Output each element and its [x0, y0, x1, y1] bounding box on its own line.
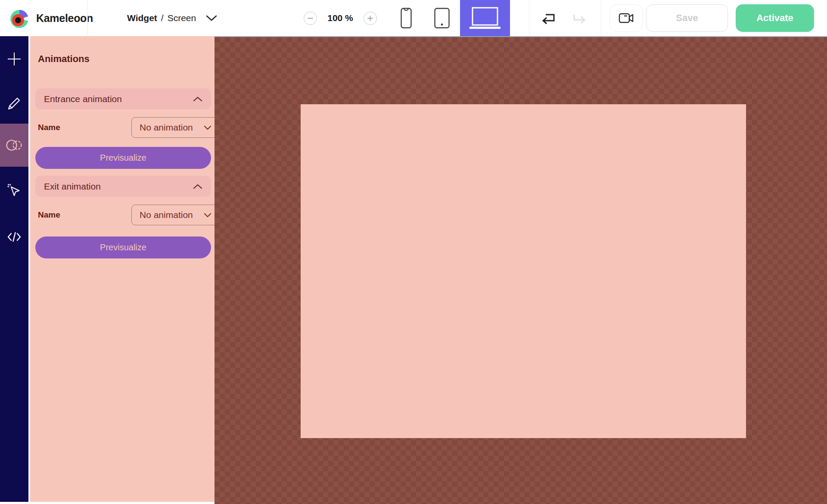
sidebar-item-code[interactable] — [0, 215, 28, 258]
undo-icon — [540, 12, 556, 25]
device-tablet-button[interactable] — [429, 0, 455, 36]
kameleoon-logo: Kameleoon — [9, 0, 93, 36]
zoom-controls: 100 % — [304, 0, 377, 36]
exit-name-row: Name No animation — [38, 205, 211, 225]
toolbar-divider — [601, 0, 601, 36]
screen-capture-button[interactable] — [609, 4, 643, 32]
chevron-up-icon — [193, 184, 202, 189]
exit-animation-dropdown[interactable]: No animation — [131, 205, 218, 225]
kameleoon-logo-icon — [9, 8, 30, 28]
code-icon — [7, 231, 22, 243]
plus-icon — [6, 51, 22, 67]
tools-sidebar — [0, 36, 28, 504]
toolbar-divider — [87, 0, 88, 36]
redo-icon — [571, 12, 588, 25]
sidebar-item-edit[interactable] — [0, 82, 28, 125]
logo-text: Kameleoon — [36, 12, 93, 25]
breadcrumb-primary: Widget — [127, 13, 157, 23]
laptop-icon — [469, 7, 501, 29]
activate-button[interactable]: Activate — [736, 4, 814, 32]
chevron-down-icon — [204, 125, 211, 130]
section-title: Entrance animation — [44, 94, 122, 104]
exit-animation-section-header[interactable]: Exit animation — [35, 176, 211, 197]
smartphone-icon — [401, 8, 412, 28]
entrance-previsualize-button[interactable]: Previsualize — [35, 147, 211, 169]
section-title: Exit animation — [44, 181, 101, 192]
exit-previsualize-button[interactable]: Previsualize — [35, 236, 211, 258]
tablet-icon — [434, 8, 450, 28]
zoom-in-button[interactable] — [364, 12, 377, 25]
device-mobile-button[interactable] — [394, 0, 418, 36]
kameleoon-widget-editor: Kameleoon Widget / Screen 100 % — [0, 0, 827, 504]
dropdown-value: No animation — [140, 210, 193, 220]
breadcrumb-separator: / — [161, 13, 164, 23]
zoom-out-icon — [307, 15, 314, 22]
toolbar-divider — [529, 0, 529, 36]
animations-panel: Animations Entrance animation Name No an… — [30, 36, 215, 504]
name-label: Name — [38, 210, 60, 220]
breadcrumb[interactable]: Widget / Screen — [127, 0, 217, 36]
zoom-out-button[interactable] — [304, 12, 317, 25]
name-label: Name — [38, 123, 60, 132]
entrance-name-row: Name No animation — [38, 117, 211, 138]
top-toolbar: Kameleoon Widget / Screen 100 % — [0, 0, 827, 36]
zoom-in-icon — [367, 15, 373, 22]
sidebar-item-add[interactable] — [0, 37, 28, 81]
animation-circles-icon — [5, 139, 23, 152]
horizontal-scrollbar-track[interactable] — [0, 502, 215, 504]
cursor-click-icon — [7, 183, 22, 198]
panel-title: Animations — [38, 53, 90, 65]
undo-button[interactable] — [536, 0, 560, 36]
chevron-down-icon — [206, 15, 217, 21]
chevron-down-icon — [204, 213, 211, 218]
sidebar-item-animations[interactable] — [0, 124, 28, 167]
widget-screen-stage[interactable] — [301, 104, 746, 438]
sidebar-item-interactions[interactable] — [0, 169, 28, 212]
chevron-up-icon — [193, 96, 202, 102]
entrance-animation-section-header[interactable]: Entrance animation — [35, 88, 211, 109]
save-button[interactable]: Save — [646, 4, 728, 32]
pencil-icon — [7, 96, 22, 111]
zoom-level: 100 % — [326, 13, 354, 23]
device-desktop-button[interactable] — [460, 0, 510, 36]
video-camera-icon — [619, 12, 634, 24]
breadcrumb-secondary: Screen — [168, 13, 196, 23]
entrance-animation-dropdown[interactable]: No animation — [131, 117, 218, 138]
redo-button[interactable] — [567, 0, 591, 36]
dropdown-value: No animation — [140, 122, 193, 133]
